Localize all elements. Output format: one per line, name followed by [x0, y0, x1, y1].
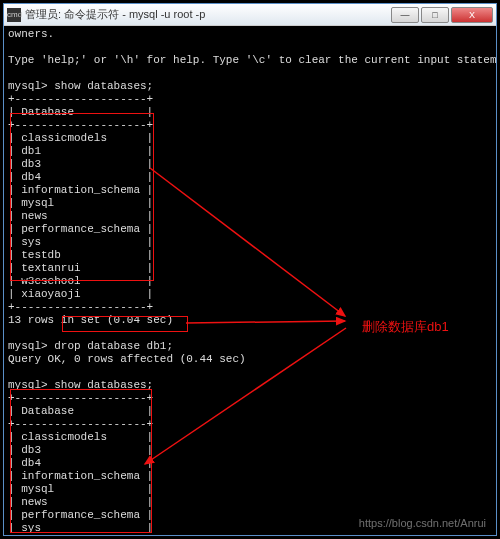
terminal-line: +--------------------+ — [8, 392, 492, 405]
terminal-line: Type 'help;' or '\h' for help. Type '\c'… — [8, 54, 492, 67]
minimize-button[interactable]: — — [391, 7, 419, 23]
terminal-output[interactable]: owners. Type 'help;' or '\h' for help. T… — [4, 26, 496, 536]
terminal-line: | sys | — [8, 236, 492, 249]
terminal-line: +--------------------+ — [8, 119, 492, 132]
terminal-line: | db3 | — [8, 444, 492, 457]
terminal-line: | information_schema | — [8, 184, 492, 197]
terminal-line: +--------------------+ — [8, 93, 492, 106]
terminal-line: | w3cschool | — [8, 275, 492, 288]
terminal-line: | Database | — [8, 106, 492, 119]
terminal-line: | classicmodels | — [8, 431, 492, 444]
terminal-line: mysql> show databases; — [8, 379, 492, 392]
terminal-line: mysql> drop database db1; — [8, 340, 492, 353]
window-buttons: — □ X — [389, 7, 493, 23]
terminal-line: | xiaoyaoji | — [8, 288, 492, 301]
terminal-line: | db4 | — [8, 171, 492, 184]
terminal-line: +--------------------+ — [8, 301, 492, 314]
maximize-button[interactable]: □ — [421, 7, 449, 23]
annotation-label: 删除数据库db1 — [362, 318, 449, 336]
terminal-line: | mysql | — [8, 483, 492, 496]
terminal-line: | classicmodels | — [8, 132, 492, 145]
terminal-window: cmd 管理员: 命令提示符 - mysql -u root -p — □ X … — [3, 3, 497, 536]
terminal-line: | news | — [8, 210, 492, 223]
terminal-line: +--------------------+ — [8, 418, 492, 431]
terminal-line: | db1 | — [8, 145, 492, 158]
terminal-line: | performance_schema | — [8, 223, 492, 236]
terminal-line: | testdb | — [8, 535, 492, 536]
terminal-line — [8, 41, 492, 54]
app-icon: cmd — [7, 8, 21, 22]
terminal-line: Query OK, 0 rows affected (0.44 sec) — [8, 353, 492, 366]
terminal-line: | textanrui | — [8, 262, 492, 275]
terminal-line: | db4 | — [8, 457, 492, 470]
terminal-line: mysql> show databases; — [8, 80, 492, 93]
terminal-line: | mysql | — [8, 197, 492, 210]
close-button[interactable]: X — [451, 7, 493, 23]
terminal-line: | Database | — [8, 405, 492, 418]
terminal-line — [8, 67, 492, 80]
watermark-text: https://blog.csdn.net/Anrui — [359, 517, 486, 529]
terminal-line: | information_schema | — [8, 470, 492, 483]
terminal-line: | news | — [8, 496, 492, 509]
terminal-line: | testdb | — [8, 249, 492, 262]
terminal-line: | db3 | — [8, 158, 492, 171]
window-title: 管理员: 命令提示符 - mysql -u root -p — [25, 7, 389, 22]
terminal-line: owners. — [8, 28, 492, 41]
titlebar[interactable]: cmd 管理员: 命令提示符 - mysql -u root -p — □ X — [4, 4, 496, 26]
terminal-line — [8, 366, 492, 379]
